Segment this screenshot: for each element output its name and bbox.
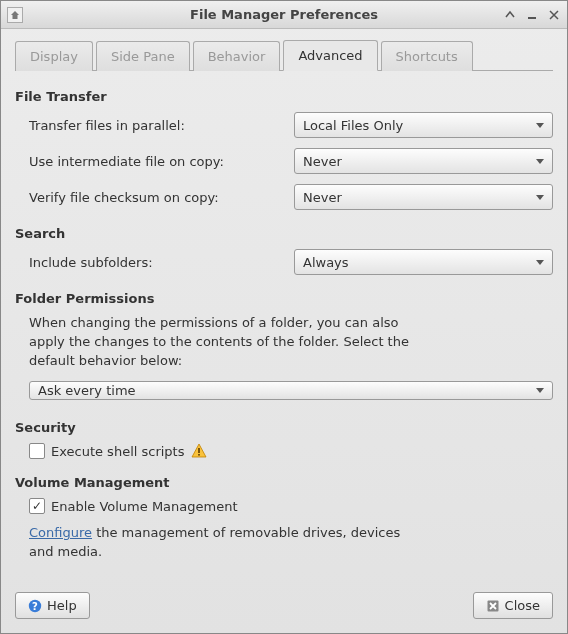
dropdown-intermediate[interactable]: Never (294, 148, 553, 174)
configure-link[interactable]: Configure (29, 525, 92, 540)
row-subfolders: Include subfolders: Always (29, 249, 553, 275)
home-icon[interactable] (7, 7, 23, 23)
section-folder-permissions: Folder Permissions (15, 291, 553, 306)
volume-configure-text: Configure the management of removable dr… (29, 524, 409, 562)
close-icon[interactable] (547, 8, 561, 22)
chevron-down-icon (536, 195, 544, 200)
help-label: Help (47, 598, 77, 613)
label-intermediate: Use intermediate file on copy: (29, 154, 294, 169)
dropdown-parallel-value: Local Files Only (303, 118, 403, 133)
close-button[interactable]: Close (473, 592, 553, 619)
tab-display[interactable]: Display (15, 41, 93, 71)
help-button[interactable]: ? Help (15, 592, 90, 619)
svg-text:?: ? (32, 600, 38, 611)
window-title: File Manager Preferences (1, 7, 567, 22)
svg-rect-2 (198, 454, 200, 456)
tab-behavior[interactable]: Behavior (193, 41, 281, 71)
dropdown-checksum[interactable]: Never (294, 184, 553, 210)
tab-side-pane[interactable]: Side Pane (96, 41, 190, 71)
svg-rect-1 (198, 448, 200, 453)
chevron-down-icon (536, 260, 544, 265)
folder-permissions-desc: When changing the permissions of a folde… (29, 314, 429, 371)
checkbox-enable-volume[interactable] (29, 498, 45, 514)
row-exec-scripts: Execute shell scripts (29, 443, 553, 459)
titlebar: File Manager Preferences (1, 1, 567, 29)
dropdown-subfolders[interactable]: Always (294, 249, 553, 275)
window: File Manager Preferences Display Side Pa… (0, 0, 568, 634)
dropdown-intermediate-value: Never (303, 154, 342, 169)
label-checksum: Verify file checksum on copy: (29, 190, 294, 205)
footer: ? Help Close (1, 582, 567, 633)
minimize-icon[interactable] (525, 8, 539, 22)
dropdown-folder-permissions[interactable]: Ask every time (29, 381, 553, 401)
dropdown-subfolders-value: Always (303, 255, 349, 270)
label-enable-volume: Enable Volume Management (51, 499, 238, 514)
dropdown-checksum-value: Never (303, 190, 342, 205)
rollup-icon[interactable] (503, 8, 517, 22)
tab-advanced[interactable]: Advanced (283, 40, 377, 71)
close-label: Close (505, 598, 540, 613)
window-controls (503, 8, 561, 22)
section-volume: Volume Management (15, 475, 553, 490)
row-intermediate: Use intermediate file on copy: Never (29, 148, 553, 174)
dropdown-parallel[interactable]: Local Files Only (294, 112, 553, 138)
dropdown-folder-permissions-value: Ask every time (38, 383, 136, 398)
row-checksum: Verify file checksum on copy: Never (29, 184, 553, 210)
section-security: Security (15, 420, 553, 435)
close-btn-icon (486, 599, 500, 613)
content-area: Display Side Pane Behavior Advanced Shor… (1, 29, 567, 582)
section-search: Search (15, 226, 553, 241)
chevron-down-icon (536, 159, 544, 164)
row-parallel: Transfer files in parallel: Local Files … (29, 112, 553, 138)
chevron-down-icon (536, 123, 544, 128)
help-icon: ? (28, 599, 42, 613)
section-file-transfer: File Transfer (15, 89, 553, 104)
tab-bar: Display Side Pane Behavior Advanced Shor… (15, 39, 553, 71)
label-subfolders: Include subfolders: (29, 255, 294, 270)
label-exec-scripts: Execute shell scripts (51, 444, 185, 459)
tab-shortcuts[interactable]: Shortcuts (381, 41, 473, 71)
label-parallel: Transfer files in parallel: (29, 118, 294, 133)
checkbox-exec-scripts[interactable] (29, 443, 45, 459)
row-enable-volume: Enable Volume Management (29, 498, 553, 514)
chevron-down-icon (536, 388, 544, 393)
warning-icon (191, 443, 207, 459)
